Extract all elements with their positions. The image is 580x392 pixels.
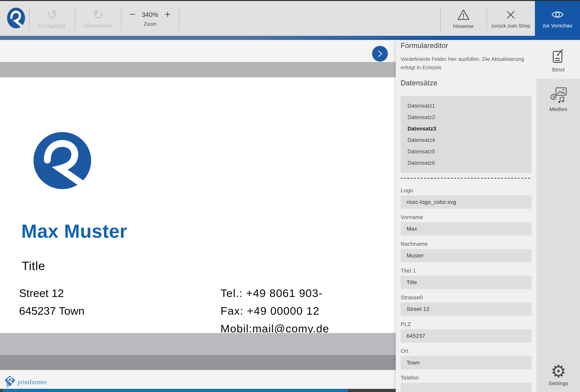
panel-title: Formulareditor: [401, 41, 448, 50]
dataset-item[interactable]: Datensatz5: [401, 146, 532, 157]
card-address-line: 645237 Town: [19, 302, 84, 320]
business-card-preview: Max Muster Title Street 12 645237 Town T…: [0, 77, 396, 333]
field-label: Nachname: [401, 241, 532, 247]
printformer-icon: [4, 376, 15, 389]
ort-input[interactable]: Town: [401, 356, 532, 369]
zoom-in-button[interactable]: [164, 11, 171, 18]
canvas-margin-band: [0, 62, 396, 77]
canvas-footer: printformer: [0, 370, 396, 389]
plus-icon: [164, 11, 171, 18]
zoom-label: Zoom: [144, 21, 156, 27]
redo-button[interactable]: ↻ Wiederholen: [75, 1, 121, 37]
tool-sidebar: Strict Medien ⚙ Settings: [537, 40, 580, 392]
field-group-strasse: Strasse0 Street 12: [401, 294, 532, 316]
undo-icon: ↺: [47, 9, 57, 20]
card-address-block: Street 12 645237 Town: [19, 284, 84, 320]
telefon-input[interactable]: [401, 383, 532, 392]
nachname-input[interactable]: Muster: [401, 249, 532, 262]
sidebar-lower-block: Medien ⚙ Settings: [537, 79, 580, 392]
undo-label: Rückgängig: [39, 23, 65, 29]
app-logo-icon: [7, 8, 25, 29]
vorname-input[interactable]: Max: [401, 222, 532, 236]
card-logo: [33, 132, 91, 190]
toolbar-divider: [179, 9, 179, 30]
card-contact-line: Fax: +49 00000 12: [221, 302, 329, 320]
edit-document-icon: [552, 48, 565, 64]
field-group-logo: Logo rissc-logo_color.svg: [401, 187, 532, 209]
canvas-margin-band: [0, 355, 396, 370]
printformer-logo: printformer: [4, 376, 47, 389]
strict-label: Strict: [552, 67, 565, 73]
printformer-wordmark: printformer: [17, 379, 47, 386]
dataset-item[interactable]: Datensatz4: [401, 134, 532, 146]
dataset-item-selected[interactable]: Datensatz3: [401, 123, 532, 134]
zoom-control: 340% Zoom: [121, 1, 179, 37]
strasse-input[interactable]: Street 12: [401, 302, 532, 316]
canvas-margin-band: [0, 333, 396, 355]
preview-button[interactable]: zur Vorschau: [535, 1, 580, 37]
preview-label: zur Vorschau: [543, 23, 572, 28]
card-contact-line: Tel.: +49 8061 903-: [221, 284, 329, 302]
tab-strict[interactable]: Strict: [537, 48, 580, 73]
dashed-divider: [401, 178, 532, 179]
field-label: Telefon: [401, 375, 532, 381]
hints-button[interactable]: Hinweise: [440, 1, 486, 37]
close-icon: [505, 9, 516, 20]
printformer-editor-window: ↺ Rückgängig ↻ Wiederholen 340% Zoom: [0, 0, 580, 392]
field-group-ort: Ort Town: [401, 348, 532, 369]
toolbar: ↺ Rückgängig ↻ Wiederholen 340% Zoom: [0, 0, 580, 36]
card-address-line: Street 12: [19, 284, 84, 302]
warning-icon: [457, 9, 470, 21]
zoom-out-button[interactable]: [129, 11, 136, 18]
field-group-telefon: Telefon: [401, 375, 532, 392]
field-label: Titel 1: [401, 268, 532, 274]
dataset-item[interactable]: Datensatz6: [401, 157, 532, 169]
progress-bar: [2, 389, 348, 392]
settings-label: Settings: [549, 380, 569, 387]
field-label: Vorname: [401, 214, 532, 220]
redo-label: Wiederholen: [84, 23, 112, 29]
field-label: PLZ: [401, 321, 532, 327]
undo-button[interactable]: ↺ Rückgängig: [29, 1, 75, 37]
minus-icon: [129, 11, 136, 18]
dataset-list: Datensatz1 Datensatz2 Datensatz3 Datensa…: [401, 96, 532, 173]
zoom-value: 340%: [142, 11, 158, 18]
field-label: Logo: [401, 187, 532, 194]
next-page-button[interactable]: [372, 46, 388, 62]
redo-icon: ↻: [93, 9, 103, 20]
field-group-vorname: Vorname Max: [401, 214, 532, 236]
medien-label: Medien: [550, 106, 568, 112]
design-canvas: Max Muster Title Street 12 645237 Town T…: [0, 40, 396, 392]
field-group-titel1: Titel 1 Title: [401, 268, 532, 289]
field-group-plz: PLZ 645237: [401, 321, 532, 343]
titel1-input[interactable]: Title: [401, 276, 532, 289]
chevron-right-icon: [377, 50, 383, 58]
accent-strip: [0, 36, 580, 40]
card-name-text: Max Muster: [21, 220, 127, 242]
hints-label: Hinweise: [453, 23, 474, 29]
back-to-shop-label: zurück zum Shop: [491, 23, 530, 29]
form-editor-panel: Formulareditor Vordefinierte Felder hier…: [396, 40, 537, 392]
back-to-shop-button[interactable]: zurück zum Shop: [486, 1, 535, 37]
datasets-title: Datensätze: [401, 79, 437, 87]
plz-input[interactable]: 645237: [401, 329, 532, 343]
tab-medien[interactable]: Medien: [537, 87, 580, 112]
settings-button[interactable]: ⚙ Settings: [537, 362, 580, 387]
field-label: Ort: [401, 348, 532, 354]
card-title-text: Title: [22, 259, 45, 273]
dataset-item[interactable]: Datensatz1: [401, 100, 532, 112]
field-group-nachname: Nachname Muster: [401, 241, 532, 262]
field-label: Strasse0: [401, 294, 532, 301]
media-icon: [550, 87, 567, 104]
logo-input[interactable]: rissc-logo_color.svg: [401, 195, 532, 209]
dataset-item[interactable]: Datensatz2: [401, 112, 532, 123]
gear-icon: ⚙: [551, 362, 566, 380]
eye-icon: [550, 9, 565, 20]
panel-description: Vordefinierte Felder hier ausfüllen. Die…: [401, 55, 525, 72]
